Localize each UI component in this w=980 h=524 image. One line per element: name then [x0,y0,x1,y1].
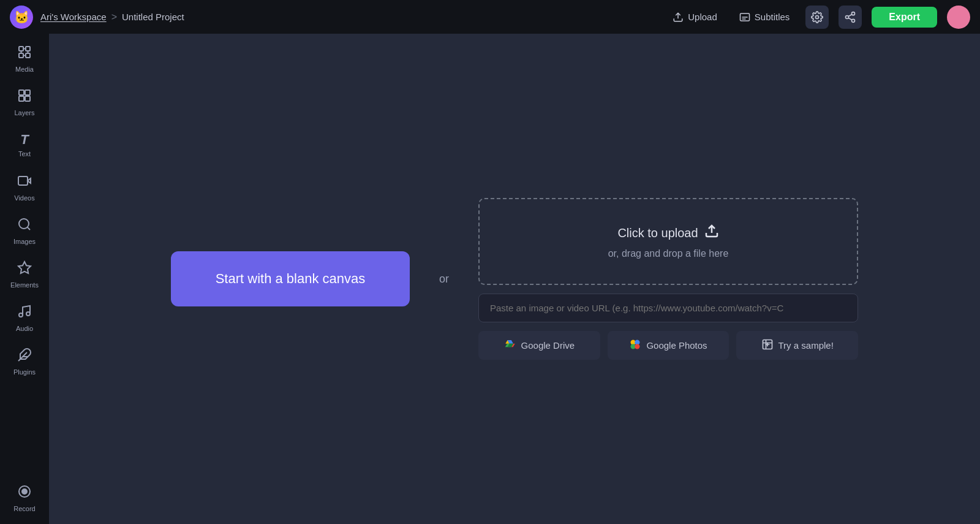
svg-rect-19 [25,90,30,95]
drop-zone[interactable]: Click to upload or, drag and drop a file… [478,198,858,285]
try-sample-label: Try a sample! [778,340,834,351]
project-title: Untitled Project [122,12,184,22]
sidebar: Media Layers T Text [0,34,49,524]
try-sample-button[interactable]: Try a sample! [736,331,858,360]
subtitles-label: Subtitles [755,12,790,22]
svg-line-8 [848,18,852,20]
svg-rect-11 [26,47,30,51]
blank-canvas-button[interactable]: Start with a blank canvas [171,251,410,306]
svg-line-25 [28,227,30,229]
avatar-button[interactable] [947,6,970,29]
share-button[interactable] [839,6,862,29]
svg-rect-13 [26,53,30,58]
sidebar-item-videos[interactable]: Videos [3,167,46,208]
workspace-link[interactable]: Ari's Workspace [40,12,107,22]
sidebar-item-layers-label: Layers [14,109,34,117]
layers-icon [17,88,32,107]
gear-icon [811,11,823,23]
svg-rect-21 [25,96,30,101]
google-drive-label: Google Drive [521,340,575,351]
google-photos-icon [629,338,641,352]
svg-point-37 [635,344,640,349]
svg-point-7 [852,19,855,22]
sidebar-item-text[interactable]: T Text [3,126,46,164]
subtitles-button[interactable]: Subtitles [733,8,796,26]
upload-label: Upload [688,12,717,22]
sidebar-item-text-label: Text [18,150,31,158]
settings-button[interactable] [805,6,829,29]
svg-point-27 [19,313,23,317]
images-icon [17,217,32,235]
app-logo: 🐱 [10,6,33,29]
body-row: Media Layers T Text [0,34,980,524]
upload-icon [673,12,684,23]
sidebar-item-plugins-label: Plugins [13,368,36,376]
source-buttons: Google Drive Google Photos [478,331,858,360]
svg-point-24 [19,219,29,229]
share-icon [844,11,856,23]
google-drive-button[interactable]: Google Drive [478,331,600,360]
sidebar-item-layers[interactable]: Layers [3,82,46,123]
or-divider: or [439,273,449,286]
google-photos-button[interactable]: Google Photos [608,331,729,360]
svg-point-32 [22,489,27,494]
svg-point-5 [852,12,855,15]
sidebar-item-videos-label: Videos [14,194,34,202]
click-upload-row: Click to upload [617,224,718,242]
breadcrumb-separator: > [111,12,117,23]
click-upload-text: Click to upload [617,226,698,240]
sample-icon [761,338,774,352]
svg-line-9 [848,14,852,16]
drag-drop-text: or, drag and drop a file here [608,248,729,259]
elements-icon [17,260,32,279]
subtitles-icon [739,12,750,23]
sidebar-item-record-label: Record [13,505,35,513]
svg-point-4 [816,15,819,18]
audio-icon [17,304,32,322]
canvas-content: Start with a blank canvas or Click to up… [171,198,858,360]
main-canvas-area: Start with a blank canvas or Click to up… [49,34,980,524]
svg-rect-12 [19,53,23,58]
sidebar-item-audio[interactable]: Audio [3,298,46,339]
sidebar-item-images-label: Images [13,238,36,246]
text-icon: T [20,132,28,148]
videos-icon [17,173,32,192]
sidebar-item-elements-label: Elements [10,281,39,289]
sidebar-item-media-label: Media [15,66,34,74]
svg-rect-20 [19,96,24,101]
sidebar-item-record[interactable]: Record [3,478,46,519]
svg-rect-22 [18,177,28,185]
plugins-icon [17,347,32,366]
upload-button[interactable]: Upload [666,8,723,26]
upload-panel: Click to upload or, drag and drop a file… [478,198,858,360]
header-actions: Upload Subtitles Export [666,6,970,29]
media-icon [17,45,32,63]
record-icon [17,484,32,503]
sidebar-item-media[interactable]: Media [3,39,46,80]
svg-marker-26 [18,262,31,273]
sidebar-item-plugins[interactable]: Plugins [3,341,46,382]
svg-rect-18 [19,90,24,95]
google-drive-icon [504,338,516,352]
svg-point-28 [26,312,30,316]
sidebar-item-images[interactable]: Images [3,211,46,252]
sidebar-item-audio-label: Audio [16,325,33,333]
svg-rect-10 [19,47,23,51]
export-button[interactable]: Export [872,7,937,28]
svg-point-6 [846,15,849,18]
url-input[interactable] [478,294,858,322]
sidebar-item-elements[interactable]: Elements [3,254,46,295]
header: 🐱 Ari's Workspace > Untitled Project Upl… [0,0,980,34]
upload-arrow-icon [704,224,719,242]
google-photos-label: Google Photos [646,340,707,351]
breadcrumb: Ari's Workspace > Untitled Project [40,12,659,23]
